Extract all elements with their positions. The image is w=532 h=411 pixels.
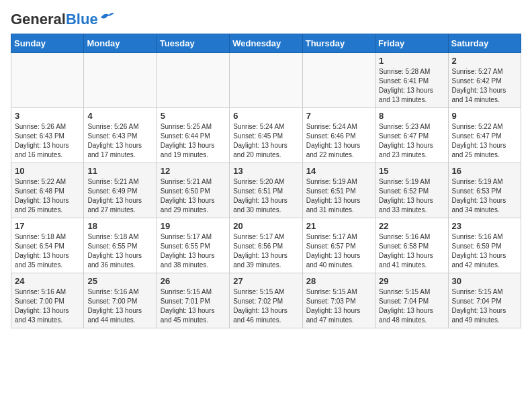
day-number: 30	[452, 276, 517, 286]
day-info: Sunrise: 5:24 AM Sunset: 6:45 PM Dayligh…	[233, 122, 298, 160]
weekday-header-monday: Monday	[84, 34, 157, 53]
day-info: Sunrise: 5:21 AM Sunset: 6:50 PM Dayligh…	[161, 177, 226, 215]
day-number: 24	[15, 276, 80, 286]
calendar-cell: 16Sunrise: 5:19 AM Sunset: 6:53 PM Dayli…	[448, 163, 521, 218]
calendar-cell: 4Sunrise: 5:26 AM Sunset: 6:43 PM Daylig…	[84, 108, 157, 163]
day-number: 9	[452, 111, 517, 121]
day-info: Sunrise: 5:17 AM Sunset: 6:55 PM Dayligh…	[161, 232, 226, 270]
day-info: Sunrise: 5:22 AM Sunset: 6:47 PM Dayligh…	[452, 122, 517, 160]
day-info: Sunrise: 5:23 AM Sunset: 6:47 PM Dayligh…	[379, 122, 444, 160]
day-info: Sunrise: 5:18 AM Sunset: 6:54 PM Dayligh…	[15, 232, 80, 270]
day-number: 7	[306, 111, 371, 121]
day-number: 8	[379, 111, 444, 121]
weekday-header-tuesday: Tuesday	[157, 34, 229, 53]
day-info: Sunrise: 5:21 AM Sunset: 6:49 PM Dayligh…	[87, 177, 152, 215]
calendar-cell: 28Sunrise: 5:15 AM Sunset: 7:03 PM Dayli…	[302, 273, 375, 328]
calendar-week-row: 3Sunrise: 5:26 AM Sunset: 6:43 PM Daylig…	[11, 108, 521, 163]
logo: GeneralBlue	[11, 11, 114, 28]
weekday-header-thursday: Thursday	[302, 34, 375, 53]
calendar-cell: 12Sunrise: 5:21 AM Sunset: 6:50 PM Dayli…	[157, 163, 229, 218]
day-number: 29	[379, 276, 444, 286]
day-info: Sunrise: 5:15 AM Sunset: 7:01 PM Dayligh…	[161, 287, 226, 325]
calendar-cell: 14Sunrise: 5:19 AM Sunset: 6:51 PM Dayli…	[302, 163, 375, 218]
calendar-header-row: SundayMondayTuesdayWednesdayThursdayFrid…	[11, 34, 521, 53]
day-info: Sunrise: 5:16 AM Sunset: 7:00 PM Dayligh…	[87, 287, 152, 325]
day-info: Sunrise: 5:20 AM Sunset: 6:51 PM Dayligh…	[233, 177, 298, 215]
calendar-cell: 26Sunrise: 5:15 AM Sunset: 7:01 PM Dayli…	[157, 273, 229, 328]
calendar-cell: 10Sunrise: 5:22 AM Sunset: 6:48 PM Dayli…	[11, 163, 84, 218]
calendar-cell: 21Sunrise: 5:17 AM Sunset: 6:57 PM Dayli…	[302, 218, 375, 273]
day-info: Sunrise: 5:25 AM Sunset: 6:44 PM Dayligh…	[161, 122, 226, 160]
weekday-header-friday: Friday	[375, 34, 448, 53]
day-info: Sunrise: 5:15 AM Sunset: 7:04 PM Dayligh…	[452, 287, 517, 325]
day-info: Sunrise: 5:16 AM Sunset: 6:59 PM Dayligh…	[452, 232, 517, 270]
calendar-cell	[157, 53, 229, 108]
day-number: 13	[233, 166, 298, 176]
calendar-cell: 24Sunrise: 5:16 AM Sunset: 7:00 PM Dayli…	[11, 273, 84, 328]
day-info: Sunrise: 5:16 AM Sunset: 6:58 PM Dayligh…	[379, 232, 444, 270]
weekday-header-saturday: Saturday	[448, 34, 521, 53]
calendar-week-row: 1Sunrise: 5:28 AM Sunset: 6:41 PM Daylig…	[11, 53, 521, 108]
day-number: 23	[452, 221, 517, 231]
day-number: 5	[161, 111, 226, 121]
calendar-cell	[302, 53, 375, 108]
day-info: Sunrise: 5:26 AM Sunset: 6:43 PM Dayligh…	[87, 122, 152, 160]
calendar-cell: 15Sunrise: 5:19 AM Sunset: 6:52 PM Dayli…	[375, 163, 448, 218]
day-number: 26	[161, 276, 226, 286]
calendar-cell: 8Sunrise: 5:23 AM Sunset: 6:47 PM Daylig…	[375, 108, 448, 163]
day-info: Sunrise: 5:16 AM Sunset: 7:00 PM Dayligh…	[15, 287, 80, 325]
calendar-cell: 6Sunrise: 5:24 AM Sunset: 6:45 PM Daylig…	[230, 108, 302, 163]
logo-text: GeneralBlue	[11, 11, 98, 28]
day-number: 10	[15, 166, 80, 176]
day-number: 17	[15, 221, 80, 231]
calendar-cell: 27Sunrise: 5:15 AM Sunset: 7:02 PM Dayli…	[230, 273, 302, 328]
calendar-cell: 25Sunrise: 5:16 AM Sunset: 7:00 PM Dayli…	[84, 273, 157, 328]
day-number: 25	[87, 276, 152, 286]
day-number: 19	[161, 221, 226, 231]
calendar-cell: 23Sunrise: 5:16 AM Sunset: 6:59 PM Dayli…	[448, 218, 521, 273]
calendar-cell: 29Sunrise: 5:15 AM Sunset: 7:04 PM Dayli…	[375, 273, 448, 328]
calendar-cell: 3Sunrise: 5:26 AM Sunset: 6:43 PM Daylig…	[11, 108, 84, 163]
day-number: 2	[452, 56, 517, 66]
calendar-cell: 20Sunrise: 5:17 AM Sunset: 6:56 PM Dayli…	[230, 218, 302, 273]
day-number: 22	[379, 221, 444, 231]
weekday-header-sunday: Sunday	[11, 34, 84, 53]
day-number: 18	[87, 221, 152, 231]
day-info: Sunrise: 5:24 AM Sunset: 6:46 PM Dayligh…	[306, 122, 371, 160]
day-info: Sunrise: 5:15 AM Sunset: 7:04 PM Dayligh…	[379, 287, 444, 325]
day-number: 21	[306, 221, 371, 231]
calendar-cell: 5Sunrise: 5:25 AM Sunset: 6:44 PM Daylig…	[157, 108, 229, 163]
day-info: Sunrise: 5:22 AM Sunset: 6:48 PM Dayligh…	[15, 177, 80, 215]
day-number: 28	[306, 276, 371, 286]
calendar-cell: 18Sunrise: 5:18 AM Sunset: 6:55 PM Dayli…	[84, 218, 157, 273]
day-info: Sunrise: 5:26 AM Sunset: 6:43 PM Dayligh…	[15, 122, 80, 160]
calendar-cell: 9Sunrise: 5:22 AM Sunset: 6:47 PM Daylig…	[448, 108, 521, 163]
day-info: Sunrise: 5:15 AM Sunset: 7:03 PM Dayligh…	[306, 287, 371, 325]
day-info: Sunrise: 5:19 AM Sunset: 6:52 PM Dayligh…	[379, 177, 444, 215]
calendar-cell: 17Sunrise: 5:18 AM Sunset: 6:54 PM Dayli…	[11, 218, 84, 273]
calendar-week-row: 17Sunrise: 5:18 AM Sunset: 6:54 PM Dayli…	[11, 218, 521, 273]
calendar-cell: 19Sunrise: 5:17 AM Sunset: 6:55 PM Dayli…	[157, 218, 229, 273]
calendar-cell	[230, 53, 302, 108]
calendar-cell: 1Sunrise: 5:28 AM Sunset: 6:41 PM Daylig…	[375, 53, 448, 108]
day-number: 3	[15, 111, 80, 121]
day-number: 6	[233, 111, 298, 121]
day-number: 27	[233, 276, 298, 286]
calendar-cell	[11, 53, 84, 108]
calendar-cell: 11Sunrise: 5:21 AM Sunset: 6:49 PM Dayli…	[84, 163, 157, 218]
day-info: Sunrise: 5:17 AM Sunset: 6:56 PM Dayligh…	[233, 232, 298, 270]
header: GeneralBlue	[11, 11, 521, 28]
calendar-cell: 13Sunrise: 5:20 AM Sunset: 6:51 PM Dayli…	[230, 163, 302, 218]
calendar-cell: 30Sunrise: 5:15 AM Sunset: 7:04 PM Dayli…	[448, 273, 521, 328]
calendar-week-row: 10Sunrise: 5:22 AM Sunset: 6:48 PM Dayli…	[11, 163, 521, 218]
calendar-cell	[84, 53, 157, 108]
day-info: Sunrise: 5:17 AM Sunset: 6:57 PM Dayligh…	[306, 232, 371, 270]
calendar: SundayMondayTuesdayWednesdayThursdayFrid…	[11, 34, 521, 328]
day-number: 12	[161, 166, 226, 176]
calendar-cell: 2Sunrise: 5:27 AM Sunset: 6:42 PM Daylig…	[448, 53, 521, 108]
day-number: 20	[233, 221, 298, 231]
day-number: 15	[379, 166, 444, 176]
calendar-cell: 7Sunrise: 5:24 AM Sunset: 6:46 PM Daylig…	[302, 108, 375, 163]
day-number: 16	[452, 166, 517, 176]
day-number: 11	[87, 166, 152, 176]
